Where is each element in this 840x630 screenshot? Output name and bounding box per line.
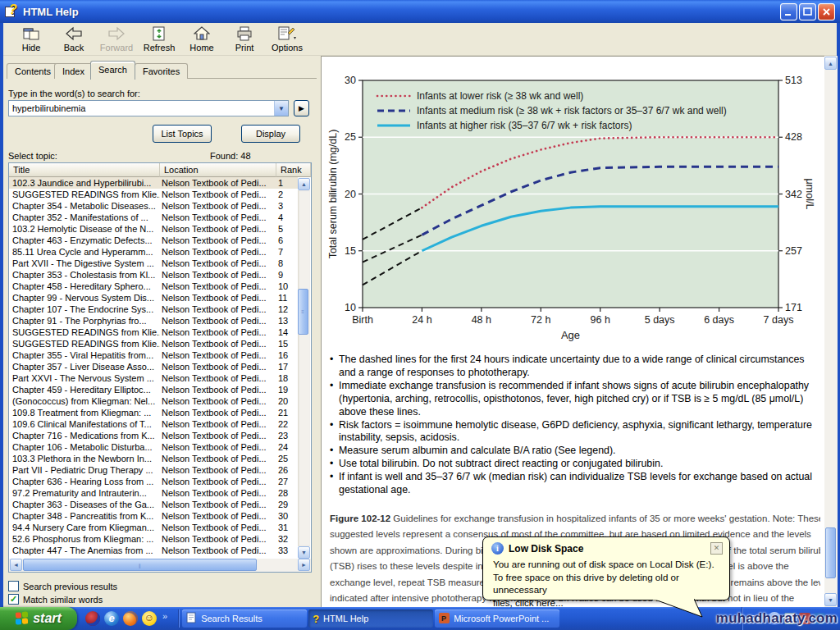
row-location: Nelson Textbook of Pedi... bbox=[160, 189, 275, 200]
balloon-close-icon[interactable]: ✕ bbox=[710, 542, 723, 555]
search-option-match-similar[interactable]: ✓Match similar words bbox=[8, 594, 103, 605]
forward-button[interactable]: Forward bbox=[95, 25, 138, 55]
column-header-location[interactable]: Location bbox=[160, 163, 276, 177]
quick-launch-overflow-icon[interactable]: » bbox=[162, 611, 167, 621]
boolean-search-button[interactable]: ▶ bbox=[294, 100, 309, 116]
list-horizontal-scrollbar[interactable]: ◄ ∥ ► bbox=[9, 559, 311, 572]
combo-dropdown-icon[interactable]: ▼ bbox=[274, 101, 288, 116]
print-button[interactable]: Print bbox=[223, 25, 266, 55]
list-scroll-up-icon[interactable]: ▲ bbox=[298, 178, 310, 190]
row-rank: 2 bbox=[275, 189, 294, 200]
row-rank: 22 bbox=[275, 418, 294, 430]
table-row[interactable]: Chapter 636 - Hearing Loss from ...Nelso… bbox=[9, 476, 298, 487]
table-row[interactable]: 52.6 Phosphorus from Kliegman: ...Nelson… bbox=[9, 533, 298, 545]
display-button[interactable]: Display bbox=[241, 125, 300, 143]
row-location: Nelson Textbook of Pedi... bbox=[160, 407, 275, 418]
table-row[interactable]: Chapter 91 - The Porphyrias fro...Nelson… bbox=[9, 315, 298, 326]
table-row[interactable]: Chapter 459 - Hereditary Elliptoc...Nels… bbox=[9, 384, 298, 395]
back-button[interactable]: Back bbox=[52, 25, 95, 55]
table-row[interactable]: Chapter 353 - Cholestasis from Kl...Nels… bbox=[9, 269, 298, 281]
content-scroll-up-icon[interactable]: ▲ bbox=[824, 57, 837, 70]
row-title: 109.6 Clinical Manifestations of T... bbox=[9, 418, 160, 430]
balloon-text-line: You are running out of disk space on Loc… bbox=[493, 558, 721, 571]
table-row[interactable]: Chapter 447 - The Anemias from ...Nelson… bbox=[9, 545, 298, 556]
table-row[interactable]: Chapter 716 - Medications from K...Nelso… bbox=[9, 430, 298, 441]
table-row[interactable]: Chapter 106 - Metabolic Disturba...Nelso… bbox=[9, 441, 298, 453]
minimize-button[interactable] bbox=[780, 3, 797, 21]
firefox-icon[interactable] bbox=[123, 611, 138, 626]
table-row[interactable]: 97.2 Prematurity and Intrauterin...Nelso… bbox=[9, 487, 298, 499]
content-scroll-down-icon[interactable]: ▼ bbox=[824, 593, 837, 606]
close-button[interactable] bbox=[818, 3, 835, 21]
table-row[interactable]: SUGGESTED READINGS from Klie...Nelson Te… bbox=[9, 189, 298, 200]
task-button-html-help[interactable]: ? HTML Help bbox=[308, 609, 433, 628]
table-row[interactable]: Chapter 357 - Liver Disease Asso...Nelso… bbox=[9, 361, 298, 372]
home-icon bbox=[194, 25, 210, 42]
table-row[interactable]: 85.11 Urea Cycle and Hyperamm...Nelson T… bbox=[9, 246, 298, 258]
table-row[interactable]: 94.4 Nursery Care from Kliegman...Nelson… bbox=[9, 522, 298, 533]
svg-text:Birth: Birth bbox=[352, 314, 373, 326]
content-scroll-thumb[interactable] bbox=[825, 527, 836, 578]
table-row[interactable]: Chapter 107 - The Endocrine Sys...Nelson… bbox=[9, 304, 298, 315]
row-title: 52.6 Phosphorus from Kliegman: ... bbox=[9, 533, 160, 545]
internet-explorer-icon[interactable]: e bbox=[104, 611, 119, 626]
table-row[interactable]: Chapter 355 - Viral Hepatitis from...Nel… bbox=[9, 349, 298, 361]
list-scroll-left-icon[interactable]: ◄ bbox=[10, 559, 22, 571]
checked-checkbox-icon[interactable]: ✓ bbox=[8, 594, 19, 605]
list-scroll-thumb[interactable]: ≡ bbox=[298, 289, 308, 335]
table-row[interactable]: 109.6 Clinical Manifestations of T...Nel… bbox=[9, 418, 298, 430]
table-row[interactable]: (Gonococcus) from Kliegman: Nel...Nelson… bbox=[9, 395, 298, 407]
balloon-tail bbox=[648, 599, 714, 619]
home-button[interactable]: Home bbox=[180, 25, 223, 55]
tab-favorites[interactable]: Favorites bbox=[135, 63, 188, 79]
column-header-rank[interactable]: Rank bbox=[276, 163, 311, 177]
table-row[interactable]: Part VII - Pediatric Drug Therapy ...Nel… bbox=[9, 464, 298, 476]
table-row[interactable]: Chapter 363 - Diseases of the Ga...Nelso… bbox=[9, 499, 298, 510]
row-rank: 30 bbox=[275, 510, 294, 522]
row-location: Nelson Textbook of Pedi... bbox=[160, 395, 275, 407]
maximize-button[interactable] bbox=[799, 3, 816, 21]
table-row[interactable]: 103.3 Plethora in the Newborn In...Nelso… bbox=[9, 453, 298, 464]
list-vertical-scrollbar[interactable]: ≡ bbox=[298, 190, 310, 546]
column-header-title[interactable]: Title bbox=[9, 163, 160, 177]
messenger-smiley-icon[interactable]: ☺ bbox=[142, 611, 157, 626]
table-row[interactable]: Part XXVI - The Nervous System ...Nelson… bbox=[9, 372, 298, 384]
refresh-button[interactable]: Refresh bbox=[138, 25, 180, 55]
list-scroll-down-icon[interactable]: ▼ bbox=[298, 546, 310, 559]
search-input[interactable]: hyperbilirubinemia bbox=[9, 101, 274, 116]
start-button[interactable]: start bbox=[0, 607, 77, 630]
table-row[interactable]: Chapter 99 - Nervous System Dis...Nelson… bbox=[9, 292, 298, 304]
table-row[interactable]: SUGGESTED READINGS from Klie...Nelson Te… bbox=[9, 338, 298, 349]
list-scroll-right-icon[interactable]: ► bbox=[298, 559, 310, 571]
options-button[interactable]: Options bbox=[266, 25, 308, 55]
task-button-search-results[interactable]: Search Results bbox=[182, 609, 307, 628]
search-option-previous-results[interactable]: Search previous results bbox=[8, 581, 117, 591]
list-hscroll-thumb[interactable]: ∥ bbox=[23, 559, 257, 571]
row-rank: 18 bbox=[275, 372, 294, 384]
table-row[interactable]: 103.2 Hemolytic Disease of the N...Nelso… bbox=[9, 223, 298, 235]
tab-contents[interactable]: Contents bbox=[7, 63, 59, 79]
list-topics-button[interactable]: List Topics bbox=[153, 125, 212, 143]
row-rank: 31 bbox=[275, 522, 294, 533]
row-location: Nelson Textbook of Pedi... bbox=[160, 235, 275, 246]
tab-search[interactable]: Search bbox=[90, 61, 135, 80]
tab-index[interactable]: Index bbox=[54, 63, 93, 79]
table-row[interactable]: Chapter 352 - Manifestations of ...Nelso… bbox=[9, 212, 298, 223]
row-title: 94.4 Nursery Care from Kliegman... bbox=[9, 522, 160, 533]
unchecked-checkbox-icon[interactable] bbox=[8, 581, 19, 591]
row-rank: 11 bbox=[275, 292, 294, 304]
task-button-powerpoint[interactable]: P Microsoft PowerPoint ... bbox=[435, 609, 559, 628]
table-row[interactable]: Chapter 348 - Pancreatitis from K...Nels… bbox=[9, 510, 298, 522]
table-row[interactable]: Chapter 354 - Metabolic Diseases...Nelso… bbox=[9, 200, 298, 212]
table-row[interactable]: SUGGESTED READINGS from Klie...Nelson Te… bbox=[9, 326, 298, 338]
table-row[interactable]: 102.3 Jaundice and Hyperbilirubi...Nelso… bbox=[9, 177, 298, 189]
search-combobox[interactable]: hyperbilirubinemia ▼ bbox=[8, 100, 289, 116]
media-player-icon[interactable] bbox=[85, 611, 100, 626]
table-row[interactable]: Part XVII - The Digestive System ...Nels… bbox=[9, 258, 298, 269]
table-row[interactable]: Chapter 458 - Hereditary Sphero...Nelson… bbox=[9, 281, 298, 292]
select-topic-label: Select topic: bbox=[8, 151, 57, 161]
table-row[interactable]: 109.8 Treatment from Kliegman: ...Nelson… bbox=[9, 407, 298, 418]
table-row[interactable]: Chapter 463 - Enzymatic Defects...Nelson… bbox=[9, 235, 298, 246]
content-vertical-scrollbar[interactable]: ▲ ▼ bbox=[824, 56, 838, 607]
hide-button[interactable]: Hide bbox=[10, 25, 52, 55]
